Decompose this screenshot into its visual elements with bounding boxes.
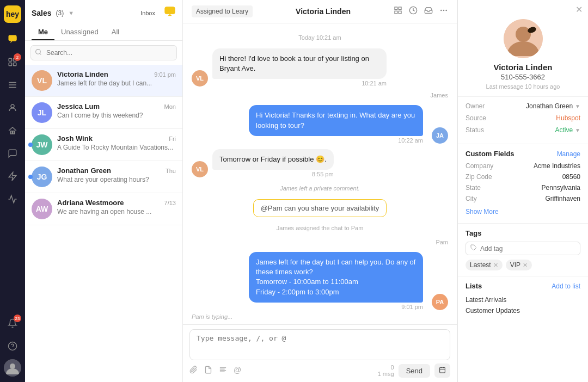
sidebar-avatar[interactable] <box>4 359 21 377</box>
sidebar-icon-lightning[interactable] <box>3 167 22 186</box>
private-msg-box: @Pam can you share your availability <box>253 199 387 217</box>
field-row-status: Status Active ▼ <box>465 126 580 134</box>
contact-fields: Owner Jonathan Green ▼ Source Hubspot St… <box>458 97 588 144</box>
assigned-note: James assigned the chat to Pam <box>192 225 448 231</box>
sidebar-icon-chat[interactable] <box>3 29 22 49</box>
msg-meta-1: 10:21 am <box>212 80 387 87</box>
tag-input-row[interactable] <box>465 242 580 255</box>
svg-line-18 <box>40 53 41 54</box>
sidebar-icon-analytics[interactable] <box>3 189 22 209</box>
bell-badge: 23 <box>14 315 21 322</box>
svg-point-36 <box>516 27 531 42</box>
private-msg-row: @Pam can you share your availability <box>192 199 448 217</box>
conv-avatar-jonathan: JG <box>32 167 52 187</box>
source-value[interactable]: Hubspot <box>556 114 580 122</box>
custom-fields-section: Custom Fields Manage Company Acme Indust… <box>458 144 588 224</box>
contact-phone: 510-555-3662 <box>501 73 545 81</box>
tag-lastest: Lastest ✕ <box>465 260 503 270</box>
inbox-title: Sales <box>32 9 52 17</box>
tab-me[interactable]: Me <box>32 24 54 40</box>
assigned-to-button[interactable]: Assigned to Leary <box>192 5 253 17</box>
conv-item-jessica[interactable]: JL Jessica Lum Mon Can I come by this we… <box>25 97 182 129</box>
inbox-panel: Sales (3) ▼ Inbox Me Unassigned All VL <box>25 0 183 382</box>
conv-body-jonathan: Jonathan Green Thu What are your operati… <box>57 167 176 183</box>
chat-contact-name: Victoria Linden <box>296 7 351 16</box>
sidebar-icon-inbox[interactable]: 2 <box>3 52 22 72</box>
msg-count-display: 0 1 msg <box>378 364 394 377</box>
inbox-dropdown[interactable]: Inbox <box>140 10 155 16</box>
sidebar-icon-contacts[interactable] <box>3 98 22 118</box>
close-button[interactable]: ✕ <box>575 4 583 15</box>
chat-header: Assigned to Leary Victoria Linden <box>183 0 457 23</box>
chat-input-toolbar: @ 0 1 msg Send <box>189 363 450 378</box>
sidebar-icon-help[interactable] <box>3 336 22 356</box>
conv-time-josh: Fri <box>169 135 176 142</box>
owner-value[interactable]: Jonathan Green ▼ <box>526 102 580 110</box>
conv-item-adriana[interactable]: AW Adriana Westmoore 7/13 We are having … <box>25 193 182 225</box>
conv-time-jessica: Mon <box>164 103 176 110</box>
search-input[interactable] <box>30 45 177 60</box>
show-more-button[interactable]: Show More <box>465 206 580 218</box>
tab-all[interactable]: All <box>105 24 126 40</box>
contact-avatar-large <box>504 19 543 58</box>
owner-dropdown-caret: ▼ <box>575 103 580 109</box>
message-input[interactable] <box>197 334 443 354</box>
conv-item-victoria[interactable]: VL Victoria Linden 9:01 pm James left fo… <box>25 65 182 97</box>
msg-avatar-vl-2: VL <box>192 161 208 177</box>
contact-profile: Victoria Linden 510-555-3662 Last messag… <box>458 19 588 97</box>
conv-item-jonathan[interactable]: JG Jonathan Green Thu What are your oper… <box>25 161 182 193</box>
conv-time-adriana: 7/13 <box>164 200 176 206</box>
msg-meta-outgoing-1: 10:22 am <box>398 137 423 144</box>
svg-rect-21 <box>399 11 401 14</box>
right-panel-header: ✕ <box>458 0 588 19</box>
svg-rect-3 <box>9 63 11 66</box>
conv-preview-jessica: Can I come by this weekend? <box>57 112 176 119</box>
tag-vip-remove[interactable]: ✕ <box>523 262 528 269</box>
more-options-icon[interactable] <box>439 6 448 17</box>
chat-panel: Assigned to Leary Victoria Linden Today … <box>183 0 457 382</box>
svg-rect-1 <box>9 58 11 61</box>
svg-rect-4 <box>14 63 16 66</box>
contact-name-large: Victoria Linden <box>493 63 552 72</box>
add-to-list-button[interactable]: Add to list <box>552 282 580 290</box>
svg-rect-31 <box>440 367 445 373</box>
conv-body-jessica: Jessica Lum Mon Can I come by this weeke… <box>57 102 176 119</box>
sidebar: hey 2 23 <box>0 0 25 382</box>
mention-icon[interactable]: @ <box>234 366 241 375</box>
tag-lastest-remove[interactable]: ✕ <box>493 262 498 269</box>
msg-row-incoming-1: VL Hi there! I'd love to book a tour of … <box>192 48 448 87</box>
manage-button[interactable]: Manage <box>557 150 580 158</box>
status-label: Status <box>465 126 484 134</box>
conv-name-josh: Josh Wink <box>57 134 93 143</box>
sidebar-icon-bell[interactable]: 23 <box>3 313 22 333</box>
svg-point-26 <box>445 10 447 11</box>
lists-section: Lists Add to list Latest Arrivals Custom… <box>458 276 588 322</box>
inbox-action-icon[interactable] <box>424 6 433 17</box>
sidebar-icon-home[interactable] <box>3 121 22 140</box>
svg-point-24 <box>440 10 442 11</box>
msg-time-label: Today 10:21 am <box>192 34 448 41</box>
clock-icon[interactable] <box>409 6 418 17</box>
document-icon[interactable] <box>204 366 212 375</box>
new-window-icon[interactable] <box>394 6 402 17</box>
sidebar-icon-conversations[interactable] <box>3 144 22 163</box>
svg-rect-20 <box>399 7 401 10</box>
conv-item-josh[interactable]: JW Josh Wink Fri A Guide To Rocky Mounta… <box>25 129 182 161</box>
sidebar-icon-menu[interactable] <box>3 75 22 95</box>
add-tag-input[interactable] <box>480 245 575 252</box>
format-icon[interactable] <box>219 366 227 375</box>
chat-right-tools: 0 1 msg Send <box>378 363 450 378</box>
tags-section: Tags Lastest ✕ VIP ✕ <box>458 224 588 276</box>
typing-area: Pam is typing... <box>183 311 457 324</box>
svg-point-17 <box>36 50 41 54</box>
send-button[interactable]: Send <box>399 364 430 378</box>
attachment-icon[interactable] <box>189 366 198 375</box>
cf-city: City Griffinhaven <box>465 195 580 202</box>
status-value[interactable]: Active ▼ <box>555 126 580 134</box>
chat-input-area: @ 0 1 msg Send <box>183 324 457 382</box>
tab-unassigned[interactable]: Unassigned <box>54 24 105 40</box>
chat-tools: @ <box>189 366 241 375</box>
conv-dot-jonathan <box>28 175 33 179</box>
schedule-button[interactable] <box>434 363 450 378</box>
tags-title: Tags <box>465 229 481 237</box>
